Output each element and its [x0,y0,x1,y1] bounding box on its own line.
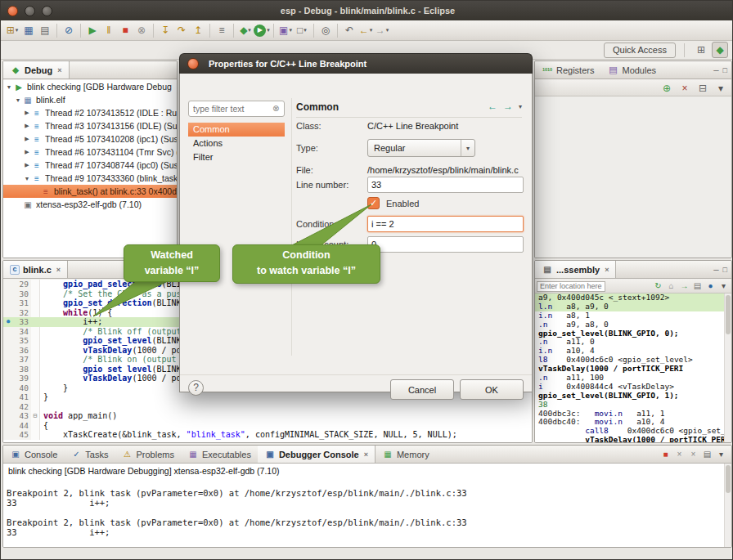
tab-disassembly[interactable]: ▤ ...ssembly × [535,261,616,278]
disassembly-line[interactable]: l8 0x400dc6c0 <gpio_set_level> [535,356,731,365]
window-close-button[interactable] [7,6,18,16]
debug-tree-item[interactable]: ▶≡Thread #2 1073413512 (IDLE : Runn [3,106,177,119]
suspend-icon[interactable]: ‖ [101,22,117,38]
refresh-icon[interactable]: ↻ [652,280,664,293]
maximize-view-icon[interactable]: □ [723,66,727,74]
debug-tree-item[interactable]: ▶≡Thread #6 1073431104 (Tmr Svc) (S [3,146,177,159]
scrollbar[interactable] [724,293,731,442]
add-register-group-icon[interactable]: ⊕ [659,80,675,96]
remove-icon[interactable]: × [677,80,693,96]
toggle-breakpoint-icon[interactable]: ● [704,280,717,293]
debug-tree-item[interactable]: ▶≡Thread #3 1073413156 (IDLE) (Susp [3,119,177,132]
debug-tree-item[interactable]: ▣xtensa-esp32-elf-gdb (7.10) [3,198,177,211]
tab-executables[interactable]: ▦Executables [181,446,258,463]
type-select[interactable]: Regular ▾ [367,139,475,157]
disassembly-line[interactable]: a9, 0x400d045c <_stext+1092> [535,293,731,302]
expand-arrow-icon[interactable]: ▶ [23,123,31,129]
help-button[interactable]: ? [188,380,204,396]
tab-modules[interactable]: ▤Modules [600,61,663,78]
step-into-icon[interactable]: ↧ [157,22,173,38]
close-icon[interactable]: × [364,450,368,459]
scrollbar-thumb[interactable] [726,295,731,334]
window-minimize-button[interactable] [25,6,35,16]
open-perspective-icon[interactable]: ⊞ [693,42,709,58]
tab-debug[interactable]: ◆ Debug × [3,61,70,78]
code-line[interactable]: 45 xTaskCreate(&blink_task, "blink_task"… [3,430,532,440]
disassembly-line[interactable]: i 0x400844c4 <vTaskDelay> [535,383,731,392]
debug-tree-item[interactable]: ▼▦blink.elf [3,93,177,106]
minimize-view-icon[interactable]: ─ [713,266,718,274]
disassembly-line[interactable]: 400dbc3c: movi.n a11, 1 [535,410,731,419]
back-icon[interactable]: ← [488,101,497,112]
disassembly-line[interactable]: .n a9, a8, 0 [535,320,731,329]
new-icon[interactable]: ⊞▾ [4,22,20,38]
window-maximize-button[interactable] [42,6,52,16]
expand-arrow-icon[interactable]: ▶ [23,136,31,142]
code-line[interactable]: 42 [3,402,532,412]
debug-tree-item[interactable]: ▶≡Thread #7 1073408744 (ipc0) (Susp [3,159,177,172]
disassembly-content[interactable]: a9, 0x400d045c <_stext+1092>l.n a8, a9, … [535,293,731,442]
print-icon[interactable]: ▤ [37,22,53,38]
step-return-icon[interactable]: ↥ [190,22,206,38]
disassembly-line[interactable]: gpio_set_level(BLINK_GPIO, 0); [535,329,731,338]
dialog-sidebar-item-filter[interactable]: Filter [188,150,285,164]
new-file-icon[interactable]: □▾ [294,22,310,38]
last-edit-location-icon[interactable]: ↶ [341,22,358,38]
back-icon[interactable]: ←▾ [358,22,374,38]
save-icon[interactable]: ▦ [20,22,37,38]
quick-access-button[interactable]: Quick Access [604,43,676,58]
chevron-down-icon[interactable]: ▾ [519,103,522,110]
terminate-icon[interactable]: ■ [117,22,133,38]
debug-icon[interactable]: ◆▾ [237,22,254,38]
close-icon[interactable]: × [56,266,61,274]
tab-blink-c[interactable]: c blink.c × [3,261,68,278]
disassembly-line[interactable]: gpio_set_level(BLINK_GPIO, 1); [535,392,731,401]
terminate-icon[interactable]: ■ [659,447,672,461]
disassembly-line[interactable]: vTaskDelay(1000 / portTICK_PERI [535,436,731,442]
disconnect-icon[interactable]: ⊗ [133,22,150,38]
new-c-project-icon[interactable]: ▣▾ [277,22,294,38]
minimize-view-icon[interactable]: ─ [713,66,718,74]
expand-arrow-icon[interactable]: ▼ [23,176,31,181]
follow-pc-icon[interactable]: → [678,280,690,293]
tab-registers[interactable]: 1010Registers [535,61,600,78]
view-menu-icon[interactable]: ▾ [714,447,728,461]
disassembly-line[interactable]: .n a11, 0 [535,338,731,347]
clear-filter-icon[interactable]: ⊗ [272,104,279,113]
expand-arrow-icon[interactable]: ▶ [23,162,31,168]
tab-debugger-console[interactable]: ▣Debugger Console× [258,446,375,463]
collapse-all-icon[interactable]: ⊟ [695,80,711,96]
expand-arrow-icon[interactable]: ▼ [14,97,22,103]
expand-arrow-icon[interactable]: ▶ [23,149,31,155]
clear-console-icon[interactable]: ▤ [700,447,714,461]
home-icon[interactable]: ⌂ [665,280,677,293]
debug-tree-item[interactable]: ▼▶blink checking [GDB Hardware Debug [3,80,177,93]
tab-tasks[interactable]: ✓Tasks [64,446,115,463]
ignore-count-input[interactable] [367,236,524,253]
tab-memory[interactable]: ▦Memory [375,446,436,463]
scrollbar-thumb[interactable] [726,465,731,493]
location-input[interactable] [537,281,605,292]
tab-console[interactable]: ▣Console [3,446,64,463]
run-icon[interactable]: ▶▾ [254,22,270,38]
ok-button[interactable]: OK [460,379,524,400]
disassembly-line[interactable]: 38 [535,401,731,410]
debug-tree-item[interactable]: ≡blink_task() at blink.c:33 0x400db [3,185,177,198]
expand-arrow-icon[interactable]: ▶ [23,110,31,116]
dialog-close-button[interactable] [187,58,199,69]
remove-all-launches-icon[interactable]: × [686,447,700,461]
code-line[interactable]: 43⊟void app_main() [3,411,532,421]
scrollbar[interactable] [724,464,731,547]
dialog-titlebar[interactable]: Properties for C/C++ Line Breakpoint [179,53,533,74]
enabled-checkbox[interactable]: ✓ [367,197,380,209]
close-icon[interactable]: × [605,266,609,274]
fold-icon[interactable]: ⊟ [31,411,40,421]
console-output[interactable]: Breakpoint 2, blink_task (pvParameter=0x… [3,478,731,537]
dialog-sidebar-item-common[interactable]: Common [188,123,285,137]
tab-problems[interactable]: ⚠Problems [115,446,180,463]
filter-input[interactable] [188,101,285,117]
forward-icon[interactable]: →▾ [374,22,390,38]
expand-arrow-icon[interactable]: ▼ [5,84,13,90]
forward-icon[interactable]: → [503,101,513,112]
disassembly-line[interactable]: call8 0x400dc6c0 <gpio_set_level> [535,427,731,436]
